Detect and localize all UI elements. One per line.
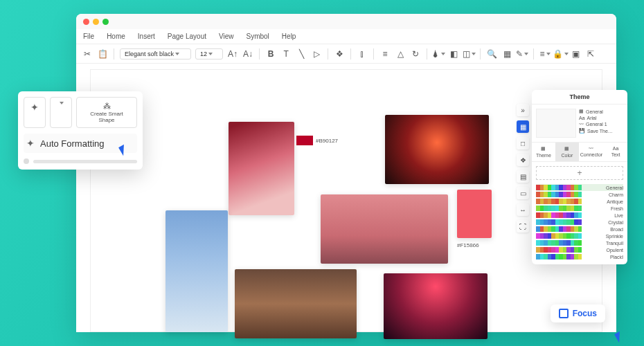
menu-file[interactable]: File xyxy=(83,33,94,40)
theme-opt-style[interactable]: 〰General 1 xyxy=(579,122,623,127)
text-icon[interactable]: T xyxy=(280,48,292,60)
expand-icon[interactable]: » xyxy=(517,104,529,116)
maximize-icon[interactable] xyxy=(102,19,109,25)
palette-name: General xyxy=(606,185,623,190)
tab-color[interactable]: ▦Color xyxy=(555,143,579,161)
menu-page-layout[interactable]: Page Layout xyxy=(168,33,206,40)
palette-name: Sprinkle xyxy=(606,234,623,239)
bounds-icon[interactable]: ▣ xyxy=(570,48,581,60)
bold-icon[interactable]: B xyxy=(265,48,276,60)
sparkle-button[interactable]: ✦ xyxy=(24,97,46,128)
image-tile[interactable] xyxy=(384,273,488,339)
window-titlebar xyxy=(76,14,616,29)
create-smart-shape-label: Create Smart Shape xyxy=(90,111,123,123)
palette-row[interactable]: Fresh xyxy=(536,205,623,212)
fullscreen-icon[interactable]: ⛶ xyxy=(517,220,529,233)
lock-icon[interactable]: 🔒 xyxy=(555,48,566,60)
theme-opt-general[interactable]: ▦General xyxy=(579,109,623,114)
palette-name: Crystal xyxy=(608,220,623,225)
hex-label: #F15866 xyxy=(457,242,479,248)
palette-name: Placid xyxy=(610,255,623,260)
auto-formatting-label: Auto Formatting xyxy=(40,138,105,149)
align-left-icon[interactable]: ≡ xyxy=(379,48,391,60)
pointer-icon[interactable]: ▷ xyxy=(311,48,322,60)
palette-row[interactable]: Live xyxy=(536,212,623,219)
palette-name: Charm xyxy=(609,192,623,197)
tab-theme[interactable]: ▦Theme xyxy=(532,143,555,161)
layers-icon[interactable]: ❖ xyxy=(334,48,345,60)
side-toolbar: » ▦ □ ❖ ▤ ▭ ↔ ⛶ xyxy=(517,104,530,233)
shape-icon[interactable]: □ xyxy=(517,137,529,149)
palette-name: Tranquil xyxy=(606,241,623,246)
palette-name: Broad xyxy=(610,227,623,232)
menu-insert[interactable]: Insert xyxy=(138,33,155,40)
close-icon[interactable] xyxy=(83,19,89,25)
palette-list: GeneralCharmAntiqueFreshLiveCrystalBroad… xyxy=(532,184,627,264)
theme-opt-save[interactable]: 💾Save The… xyxy=(579,128,623,134)
add-palette-button[interactable]: + xyxy=(536,166,623,180)
image-tile[interactable] xyxy=(166,210,228,332)
hex-label: #B90127 xyxy=(316,138,338,144)
cut-icon[interactable]: ✂ xyxy=(82,48,93,60)
theme-preview-diagram xyxy=(536,109,576,138)
palette-row[interactable]: Charm xyxy=(536,191,623,198)
search-icon[interactable]: 🔍 xyxy=(486,48,497,60)
menu-bar: File Home Insert Page Layout View Symbol… xyxy=(76,29,616,44)
palette-row[interactable]: Sprinkle xyxy=(536,233,623,239)
export-icon[interactable]: ⇱ xyxy=(585,48,596,60)
line-icon[interactable]: ╲ xyxy=(296,48,307,60)
image-tile[interactable] xyxy=(321,194,448,264)
color-swatch: #B90127 xyxy=(296,136,338,145)
font-decrease-icon[interactable]: A↓ xyxy=(242,48,253,60)
grid-icon[interactable]: ▦ xyxy=(517,120,529,133)
theme-opt-font[interactable]: AaArial xyxy=(579,116,623,120)
focus-button[interactable]: Focus xyxy=(551,304,605,322)
crop-icon[interactable]: ◫ xyxy=(463,48,474,60)
page-icon[interactable]: ▤ xyxy=(517,170,529,183)
menu-symbol[interactable]: Symbol xyxy=(247,33,269,40)
flip-icon[interactable]: △ xyxy=(395,48,406,60)
stroke-icon[interactable]: ✎ xyxy=(517,48,528,60)
image-icon[interactable]: ▭ xyxy=(517,187,529,199)
color-swatch-tile[interactable] xyxy=(457,190,492,238)
font-select[interactable]: Elegant soft black xyxy=(120,48,191,60)
font-increase-icon[interactable]: A↑ xyxy=(227,48,238,60)
menu-view[interactable]: View xyxy=(219,33,234,40)
grid-icon[interactable]: ▦ xyxy=(501,48,512,60)
font-size-select[interactable]: 12 xyxy=(195,48,223,60)
slider[interactable] xyxy=(24,158,137,164)
color-swatch: #F15866 xyxy=(457,242,479,248)
image-tile[interactable] xyxy=(229,122,294,215)
line-style-icon[interactable]: ≡ xyxy=(539,48,551,60)
theme-panel: Theme ▦General AaArial 〰General 1 💾Save … xyxy=(532,90,627,264)
tab-text[interactable]: AaText xyxy=(604,143,627,161)
align-icon[interactable]: ⫿ xyxy=(357,48,368,60)
font-name-label: Elegant soft black xyxy=(125,51,174,57)
rotate-icon[interactable]: ↻ xyxy=(410,48,421,60)
merge-icon[interactable]: ◧ xyxy=(448,48,459,60)
tab-connector[interactable]: 〰Connector xyxy=(579,143,604,161)
palette-row[interactable]: General xyxy=(536,184,623,191)
focus-icon xyxy=(559,309,569,318)
paste-icon[interactable]: 📋 xyxy=(97,48,108,60)
palette-row[interactable]: Opulent xyxy=(536,246,623,253)
create-smart-shape-button[interactable]: ⁂ Create Smart Shape xyxy=(76,97,137,128)
auto-format-panel: ✦ ⁂ Create Smart Shape ✦ Auto Formatting xyxy=(18,91,143,170)
palette-row[interactable]: Antique xyxy=(536,198,623,205)
image-tile[interactable] xyxy=(385,115,489,184)
dropdown-button[interactable] xyxy=(50,97,72,128)
image-tile[interactable] xyxy=(235,269,357,338)
palette-row[interactable]: Crystal xyxy=(536,219,623,226)
palette-name: Antique xyxy=(607,199,623,204)
minimize-icon[interactable] xyxy=(93,19,99,25)
menu-help[interactable]: Help xyxy=(282,33,296,40)
link-icon[interactable]: ↔ xyxy=(517,203,529,216)
fill-icon[interactable]: 🌢 xyxy=(433,48,444,60)
palette-row[interactable]: Placid xyxy=(536,253,623,260)
layers-icon[interactable]: ❖ xyxy=(517,154,529,166)
toolbar: ✂ 📋 Elegant soft black 12 A↑ A↓ B T ╲ ▷ … xyxy=(76,44,616,64)
menu-home[interactable]: Home xyxy=(107,33,125,40)
palette-row[interactable]: Tranquil xyxy=(536,239,623,246)
palette-row[interactable]: Broad xyxy=(536,226,623,233)
focus-label: Focus xyxy=(573,309,597,318)
